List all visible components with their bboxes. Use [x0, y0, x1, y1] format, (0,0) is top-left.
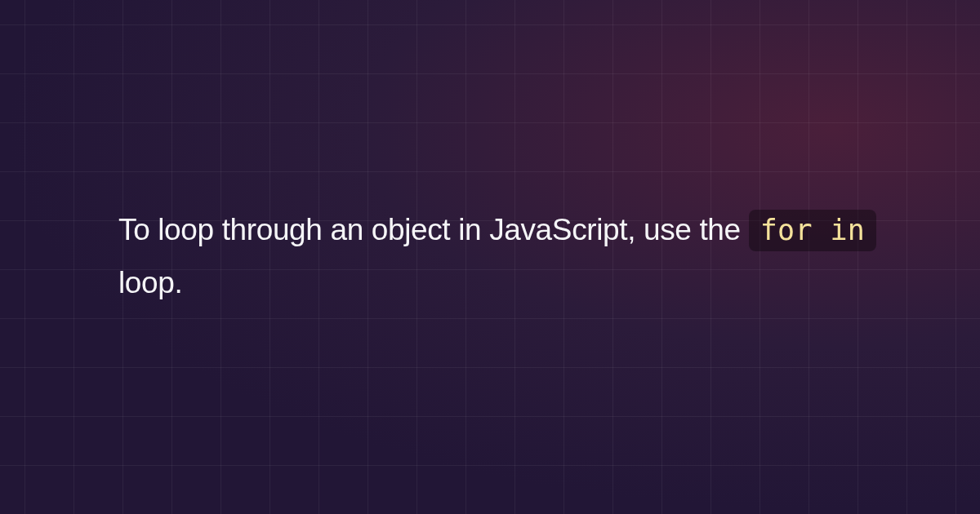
text-before: To loop through an object in JavaScript,…: [118, 213, 749, 246]
description-text: To loop through an object in JavaScript,…: [118, 204, 882, 310]
code-snippet: for in: [749, 210, 877, 251]
text-after: loop.: [118, 266, 182, 299]
content-container: To loop through an object in JavaScript,…: [0, 204, 980, 310]
